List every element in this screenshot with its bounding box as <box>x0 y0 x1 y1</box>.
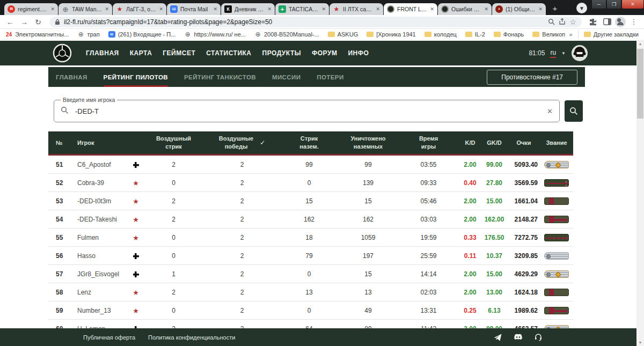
player-name[interactable]: -DED-Takeshi <box>70 216 129 223</box>
bookmark-item[interactable]: 2008-B520Manual-... <box>254 31 319 38</box>
new-tab-button[interactable]: + <box>550 3 560 13</box>
browser-tab[interactable]: FRONT LINE - ✕ <box>384 3 437 15</box>
reload-button[interactable]: ↻ <box>32 16 44 28</box>
column-header[interactable]: Воздушные победы <box>204 135 280 151</box>
table-row[interactable]: 59 Number_13 0 2 0 49 13:31 0.25 6.13 19… <box>48 301 573 320</box>
site-logo-roundel-icon[interactable] <box>53 43 72 63</box>
table-row[interactable]: 55 Fulmen 0 2 18 1059 19:59 0.33 176.50 … <box>48 229 573 247</box>
browser-tab[interactable]: Почта Mail ✕ <box>167 3 221 15</box>
bookmark-item[interactable]: [Хроника 1941 <box>367 31 416 38</box>
browser-tab[interactable]: II ЛТХ самол ✕ <box>330 3 383 15</box>
player-name[interactable]: JGr8_Eisvogel <box>70 270 129 278</box>
minimize-button[interactable]: ─ <box>591 0 606 9</box>
footer-link[interactable]: Публичная оферта <box>83 334 135 341</box>
bookmark-item[interactable]: Фонарь <box>494 31 524 38</box>
language-selector[interactable]: ru <box>550 49 556 58</box>
column-header[interactable]: Звание <box>540 139 573 147</box>
tab-close-icon[interactable]: ✕ <box>213 6 217 12</box>
browser-tab[interactable]: Дневник раз ✕ <box>221 3 275 15</box>
player-name[interactable]: Fulmen <box>70 234 129 241</box>
nav-item[interactable]: ГЛАВНАЯ <box>86 49 119 57</box>
bookmark-item[interactable]: Великополье захо... <box>532 31 565 38</box>
clear-search-icon[interactable]: ✕ <box>547 107 553 115</box>
footer-link[interactable]: Политика конфиденциальности <box>148 334 235 341</box>
bookmark-item[interactable]: IL-2 <box>465 31 485 38</box>
address-bar[interactable]: il2-fl.ru/ru/stats?campaignId=17&tab=rat… <box>49 17 582 27</box>
tab-close-icon[interactable]: ✕ <box>430 6 434 12</box>
forward-button[interactable]: → <box>18 16 30 28</box>
player-name[interactable]: Lenz <box>70 289 129 296</box>
back-button[interactable]: ← <box>4 16 16 28</box>
tab-close-icon[interactable]: ✕ <box>267 6 272 12</box>
search-input[interactable] <box>74 107 541 116</box>
column-header[interactable]: Очки <box>508 139 540 147</box>
table-row[interactable]: 57 JGr8_Eisvogel 1 2 0 15 14:14 2.00 15.… <box>48 265 573 283</box>
tab-close-icon[interactable]: ✕ <box>321 6 326 12</box>
bookmark-star-icon[interactable]: ☆ <box>569 18 576 26</box>
nav-item[interactable]: КАРТА <box>130 49 152 57</box>
nav-item[interactable]: ФОРУМ <box>312 49 337 57</box>
discord-icon[interactable] <box>514 334 523 341</box>
column-header[interactable]: GK/D <box>481 139 508 147</box>
table-row[interactable]: 52 Cobra-39 0 2 0 139 09:33 0.40 27.80 3… <box>48 174 573 192</box>
column-header[interactable]: Стрик назем. <box>280 135 339 151</box>
subnav-tab[interactable]: РЕЙТИНГ ТАНКИСТОВ <box>184 67 256 87</box>
bookmarks-overflow-button[interactable]: » <box>569 31 573 38</box>
menu-dots-icon[interactable]: ⋮ <box>628 16 640 28</box>
player-name[interactable]: C6_Apostof <box>70 161 129 168</box>
tab-close-icon[interactable]: ✕ <box>159 6 163 12</box>
chevron-down-icon[interactable]: ▼ <box>561 51 566 56</box>
nav-item[interactable]: СТАТИСТИКА <box>206 49 251 57</box>
column-header[interactable]: Воздушный стрик <box>143 135 204 151</box>
search-submit-button[interactable] <box>565 100 583 122</box>
nav-item[interactable]: ПРОДУКТЫ <box>262 49 302 57</box>
nav-item[interactable]: ИНФО <box>348 49 369 57</box>
bookmark-item[interactable]: колодец <box>425 31 457 38</box>
browser-tab[interactable]: ЛаГГ-3, обуч ✕ <box>113 3 166 15</box>
scrollbar-thumb[interactable] <box>637 49 643 119</box>
page-scrollbar[interactable]: ▲ ▼ <box>636 40 644 346</box>
bookmark-item[interactable]: (261) Входящие - П... <box>108 31 176 38</box>
player-name[interactable]: Cobra-39 <box>70 179 129 187</box>
tab-close-icon[interactable]: ✕ <box>538 6 543 12</box>
table-row[interactable]: 53 -DED-t0t3m 2 2 15 15 05:46 2.00 15.00… <box>48 192 573 210</box>
zoom-icon[interactable] <box>548 18 555 25</box>
browser-tab[interactable]: Ошибки в ст ✕ <box>438 3 492 15</box>
column-header[interactable]: K/D <box>459 139 481 147</box>
user-avatar[interactable] <box>571 45 588 62</box>
scroll-up-arrow[interactable]: ▲ <box>636 40 644 47</box>
table-row[interactable]: 51 C6_Apostof 2 2 99 99 03:55 2.00 99.00… <box>48 156 573 174</box>
tab-close-icon[interactable]: ✕ <box>105 6 109 12</box>
column-header[interactable]: Уничтожено наземных <box>339 135 398 151</box>
subnav-tab[interactable]: РЕЙТИНГ ПИЛОТОВ <box>104 67 168 87</box>
scroll-down-arrow[interactable]: ▼ <box>636 338 644 346</box>
bookmark-item[interactable]: Электромагнитны... <box>5 31 69 38</box>
subnav-tab[interactable]: МИССИИ <box>272 67 301 87</box>
campaign-button[interactable]: Противостояние #17 <box>487 70 577 85</box>
column-header[interactable]: Игрок <box>70 139 129 147</box>
share-icon[interactable] <box>559 18 566 25</box>
subnav-tab[interactable]: ПОТЕРИ <box>317 67 343 87</box>
profile-avatar-button[interactable] <box>615 17 626 27</box>
player-name[interactable]: Hasso <box>70 252 129 260</box>
bookmark-item[interactable]: https://www.ru/ не... <box>184 31 246 38</box>
column-header[interactable]: № <box>48 139 70 147</box>
browser-tab[interactable]: regiment.de - ✕ <box>4 3 58 15</box>
table-row[interactable]: 58 Lenz 2 2 13 13 02:03 2.00 13.00 1624.… <box>48 283 573 301</box>
side-panel-icon[interactable] <box>601 16 613 28</box>
player-name[interactable]: -DED-t0t3m <box>70 197 129 205</box>
browser-tab[interactable]: TACTICAL AIR ✕ <box>275 3 329 15</box>
headset-icon[interactable] <box>535 333 542 341</box>
browser-tab[interactable]: TAW Manual ✕ <box>58 3 112 15</box>
telegram-icon[interactable] <box>494 334 502 341</box>
close-button[interactable]: ✕ <box>621 0 644 9</box>
browser-tab[interactable]: (1) Общий ф ✕ <box>492 3 546 15</box>
tab-close-icon[interactable]: ✕ <box>484 6 488 12</box>
subnav-tab[interactable]: ГЛАВНАЯ <box>56 67 87 87</box>
column-header[interactable]: Время игры <box>398 135 459 151</box>
nav-item[interactable]: ГЕЙМСЕТ <box>163 49 195 57</box>
bookmark-item[interactable]: трап <box>77 31 99 38</box>
player-name[interactable]: Number_13 <box>70 307 129 314</box>
table-row[interactable]: 54 -DED-Takeshi 2 2 162 162 03:03 2.00 1… <box>48 210 573 229</box>
tab-close-icon[interactable]: ✕ <box>50 6 55 12</box>
